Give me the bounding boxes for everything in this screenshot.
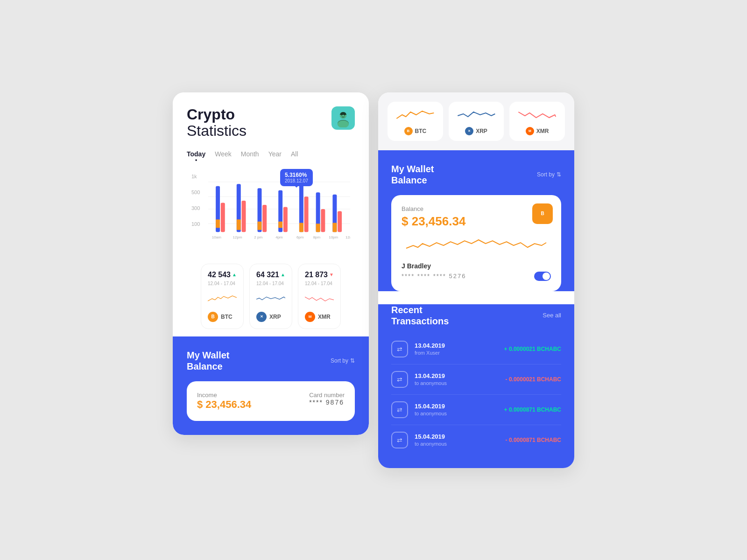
svg-rect-23 xyxy=(299,223,303,232)
mini-xmr-label: XMR xyxy=(536,128,549,134)
mini-btc-card[interactable]: B BTC xyxy=(388,102,443,141)
svg-text:2 pm: 2 pm xyxy=(254,235,262,239)
right-balance-card: Balance $ 23,456.34 B J Bradley **** ***… xyxy=(391,195,561,291)
tab-month[interactable]: Month xyxy=(241,150,259,160)
tx-icon-4: ⇄ xyxy=(391,432,408,448)
xrp-date-range: 12.04 - 17.04 xyxy=(256,281,285,286)
tab-year[interactable]: Year xyxy=(268,150,282,160)
left-wallet-section: My Wallet Balance Sort by ⇅ Income $ 23,… xyxy=(173,336,369,435)
sort-icon: ⇅ xyxy=(350,357,355,364)
mini-btc-name: B BTC xyxy=(393,127,437,135)
tab-week[interactable]: Week xyxy=(215,150,232,160)
mini-xmr-icon: M xyxy=(526,127,534,135)
right-wallet-heading: My Wallet Balance xyxy=(391,163,434,186)
y-axis-labels: 1k 500 300 100 xyxy=(191,174,200,227)
balance-sparkline xyxy=(402,234,551,253)
svg-text:6pm: 6pm xyxy=(296,235,304,239)
card-number-label: Card number xyxy=(309,392,345,399)
svg-rect-29 xyxy=(332,223,337,232)
right-wallet-title: My Wallet Balance Sort by ⇅ xyxy=(391,163,561,186)
svg-text:10pm: 10pm xyxy=(329,235,338,239)
tx-from-4: to anonymous xyxy=(415,441,499,447)
xrp-name-row: ✕ XRP xyxy=(256,312,285,322)
mini-btc-icon: B xyxy=(404,127,413,135)
tx-info-3: 15.04.2019 to anonymous xyxy=(415,403,498,416)
card-toggle[interactable] xyxy=(534,272,551,281)
user-avatar[interactable] xyxy=(331,106,355,130)
income-section: Income $ 23,456.34 xyxy=(197,392,251,411)
left-top-section: Crypto Statistics xyxy=(173,92,369,336)
tx-from-1: from Xuser xyxy=(415,350,498,356)
tooltip-date: 2018.12.07 xyxy=(285,178,308,183)
card-number: **** **** **** 5276 xyxy=(402,273,466,280)
tx-date-2: 13.04.2019 xyxy=(415,372,499,379)
right-panel: B BTC ✕ XRP M xyxy=(378,92,574,468)
xrp-trend: ▲ xyxy=(281,272,285,277)
xrp-value: 64 321 xyxy=(256,271,279,279)
svg-text:10am: 10am xyxy=(212,235,221,239)
tooltip-value: 5.3160% xyxy=(285,172,308,178)
btc-icon: B xyxy=(208,312,218,322)
btc-label: BTC xyxy=(221,314,233,320)
xrp-card[interactable]: 64 321 ▲ 12.04 - 17.04 ✕ XRP xyxy=(249,264,292,329)
y-label-100: 100 xyxy=(191,221,200,227)
svg-text:8pm: 8pm xyxy=(313,235,321,239)
right-sort-icon: ⇅ xyxy=(557,171,561,178)
tx-icon-3: ⇄ xyxy=(391,401,408,418)
xmr-icon: M xyxy=(305,312,315,322)
svg-rect-27 xyxy=(321,209,325,232)
y-label-300: 300 xyxy=(191,205,200,211)
xrp-mini-chart xyxy=(256,290,285,306)
transactions-title: Recent Transactions xyxy=(391,304,449,327)
svg-text:12am: 12am xyxy=(345,235,350,239)
btc-trend: ▲ xyxy=(232,272,237,277)
wallet-title-row: My Wallet Balance Sort by ⇅ xyxy=(187,350,355,372)
wallet-title: My Wallet Balance xyxy=(187,350,230,372)
balance-amount: $ 23,456.34 xyxy=(402,214,551,229)
xrp-icon: ✕ xyxy=(256,312,267,322)
right-sort-button[interactable]: Sort by ⇅ xyxy=(537,171,561,178)
transactions-header: Recent Transactions See all xyxy=(391,304,561,327)
xmr-card[interactable]: 21 873 ▼ 12.04 - 17.04 M XMR xyxy=(298,264,341,329)
header-row: Crypto Statistics xyxy=(187,106,355,139)
sort-button[interactable]: Sort by ⇅ xyxy=(331,357,355,364)
svg-rect-30 xyxy=(338,211,342,232)
tx-from-3: to anonymous xyxy=(415,411,498,416)
crypto-cards-row: 42 543 ▲ 12.04 - 17.04 B BTC 64 321 xyxy=(187,256,355,336)
app-title: Crypto Statistics xyxy=(187,106,247,139)
chart-tooltip: 5.3160% 2018.12.07 xyxy=(280,169,313,186)
svg-rect-11 xyxy=(216,219,220,228)
mini-xmr-card[interactable]: M XMR xyxy=(509,102,565,141)
mini-btc-chart xyxy=(393,107,437,121)
card-number-section: Card number **** 9876 xyxy=(309,392,345,411)
tab-today[interactable]: Today xyxy=(187,150,205,160)
tx-info-4: 15.04.2019 to anonymous xyxy=(415,433,499,447)
svg-rect-24 xyxy=(304,196,309,232)
tx-icon-1: ⇄ xyxy=(391,341,408,357)
svg-rect-18 xyxy=(262,205,267,232)
btc-mini-chart xyxy=(208,290,237,306)
left-panel: Crypto Statistics xyxy=(173,92,369,435)
svg-text:12pm: 12pm xyxy=(233,235,242,239)
mini-xrp-card[interactable]: ✕ XRP xyxy=(449,102,504,141)
tx-from-2: to anonymous xyxy=(415,380,499,386)
mini-xrp-chart xyxy=(454,107,499,121)
transaction-item: ⇄ 15.04.2019 to anonymous + 0.0000871 BC… xyxy=(391,395,561,425)
tx-amount-3: + 0.0000871 BCHABC xyxy=(504,406,561,413)
app-container: Crypto Statistics xyxy=(173,92,574,468)
tx-date-4: 15.04.2019 xyxy=(415,433,499,440)
btc-card[interactable]: 42 543 ▲ 12.04 - 17.04 B BTC xyxy=(201,264,244,329)
svg-rect-12 xyxy=(221,203,225,232)
right-main-section: My Wallet Balance Sort by ⇅ Balance $ 23… xyxy=(378,150,574,291)
svg-rect-20 xyxy=(278,222,282,228)
y-label-500: 500 xyxy=(191,189,200,195)
avatar-icon xyxy=(334,109,352,127)
tab-all[interactable]: All xyxy=(291,150,298,160)
btc-name-row: B BTC xyxy=(208,312,237,322)
wallet-heading: My Wallet Balance xyxy=(187,350,230,372)
svg-rect-15 xyxy=(242,201,246,232)
see-all-button[interactable]: See all xyxy=(543,312,561,319)
card-number-row: **** **** **** 5276 xyxy=(402,272,551,281)
tx-date-3: 15.04.2019 xyxy=(415,403,498,410)
transaction-item: ⇄ 13.04.2019 to anonymous - 0.0000021 BC… xyxy=(391,364,561,395)
